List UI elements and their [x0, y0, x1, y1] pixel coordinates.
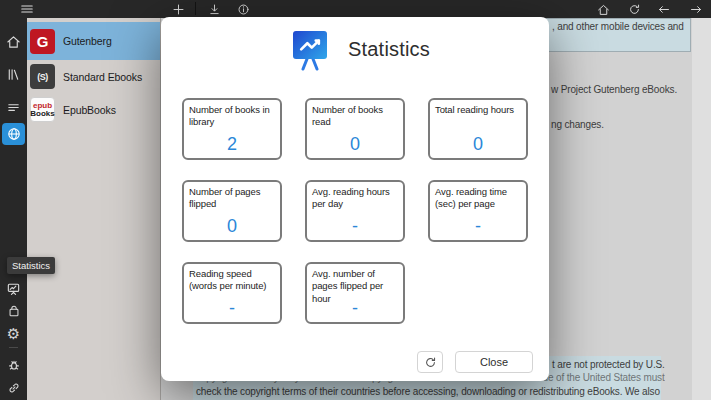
source-label: Standard Ebooks — [63, 71, 142, 83]
home-icon[interactable] — [2, 30, 25, 52]
stat-label: Avg. reading hours per day — [312, 186, 398, 211]
page-text-fragment: ng changes. — [551, 119, 604, 130]
rail-divider — [9, 347, 18, 348]
left-icon-rail: ⚙ — [0, 18, 27, 400]
stat-card: Avg. reading hours per day - — [305, 180, 405, 242]
page-text-fragment: check the copyright terms of their count… — [196, 386, 660, 397]
stat-value: 0 — [184, 216, 280, 237]
stat-label: Avg. reading time (sec) per page — [435, 186, 521, 211]
dialog-title: Statistics — [348, 38, 430, 61]
standard-ebooks-logo-icon: (S) — [30, 64, 55, 89]
stat-card: Number of books in library 2 — [182, 98, 282, 160]
stat-card: Number of books read 0 — [305, 98, 405, 160]
download-icon[interactable] — [203, 1, 225, 17]
gutenberg-logo-icon: G — [30, 29, 55, 54]
refresh-stats-button[interactable] — [417, 351, 443, 373]
stat-value: - — [307, 216, 403, 237]
web-catalogs-icon[interactable] — [2, 123, 25, 145]
source-row-epubbooks[interactable]: epub Books EpubBooks — [27, 93, 160, 126]
page-text-fragment: w Project Gutenberg eBooks. — [551, 84, 677, 95]
forward-icon[interactable] — [685, 1, 707, 17]
stat-label: Number of books read — [312, 104, 398, 129]
stat-card: Reading speed (words per minute) - — [182, 262, 282, 324]
settings-gear-icon[interactable]: ⚙ — [2, 322, 25, 344]
highlighted-text-block: , and other mobile devices and — [540, 18, 691, 52]
stat-value: - — [307, 298, 403, 319]
close-button[interactable]: Close — [455, 351, 533, 373]
catalog-sources-panel: G Gutenberg (S) Standard Ebooks epub Boo… — [27, 18, 161, 400]
stat-value: - — [430, 216, 526, 237]
toolbar-divider — [195, 2, 196, 15]
link-icon[interactable] — [2, 377, 25, 399]
source-row-gutenberg[interactable]: G Gutenberg — [27, 22, 160, 60]
statistics-dialog: Statistics Number of books in library 2 … — [161, 17, 549, 381]
stat-value: 0 — [307, 134, 403, 155]
bug-report-icon[interactable] — [2, 354, 25, 376]
list-icon[interactable] — [2, 96, 25, 118]
stat-value: - — [184, 298, 280, 319]
stat-label: Total reading hours — [435, 104, 521, 116]
stats-card-grid: Number of books in library 2 Number of b… — [182, 98, 528, 324]
epubbooks-logo-icon: epub Books — [30, 97, 55, 122]
app-window: ⚙ G Gutenberg (S) Standard Ebooks epub B… — [0, 0, 711, 400]
stat-card: Total reading hours 0 — [428, 98, 528, 160]
scrollbar-track[interactable] — [692, 18, 711, 400]
stat-label: Reading speed (words per minute) — [189, 268, 275, 293]
shop-bag-icon[interactable] — [2, 300, 25, 322]
info-icon[interactable] — [232, 1, 254, 17]
statistics-icon[interactable] — [2, 277, 25, 299]
page-text-fragment: , and other mobile devices and — [552, 21, 684, 32]
page-text-fragment: t are not protected by U.S. — [552, 359, 665, 370]
stat-label: Number of books in library — [189, 104, 275, 129]
stat-card: Number of pages flipped 0 — [182, 180, 282, 242]
top-command-bar — [0, 0, 711, 18]
statistics-tooltip: Statistics — [7, 257, 55, 274]
menu-icon[interactable] — [16, 1, 38, 17]
stat-card: Avg. number of pages flipped per hour - — [305, 262, 405, 324]
refresh-icon — [424, 356, 437, 369]
stat-value: 0 — [430, 134, 526, 155]
stat-card: Avg. reading time (sec) per page - — [428, 180, 528, 242]
add-icon[interactable] — [167, 1, 189, 17]
stat-label: Number of pages flipped — [189, 186, 275, 211]
library-icon[interactable] — [2, 63, 25, 85]
source-label: EpubBooks — [63, 104, 116, 116]
source-row-standard-ebooks[interactable]: (S) Standard Ebooks — [27, 60, 160, 93]
statistics-chart-icon — [293, 31, 327, 73]
source-label: Gutenberg — [63, 35, 112, 47]
refresh-nav-icon[interactable] — [623, 1, 645, 17]
stat-value: 2 — [184, 134, 280, 155]
home-nav-icon[interactable] — [592, 1, 614, 17]
back-icon[interactable] — [653, 1, 675, 17]
